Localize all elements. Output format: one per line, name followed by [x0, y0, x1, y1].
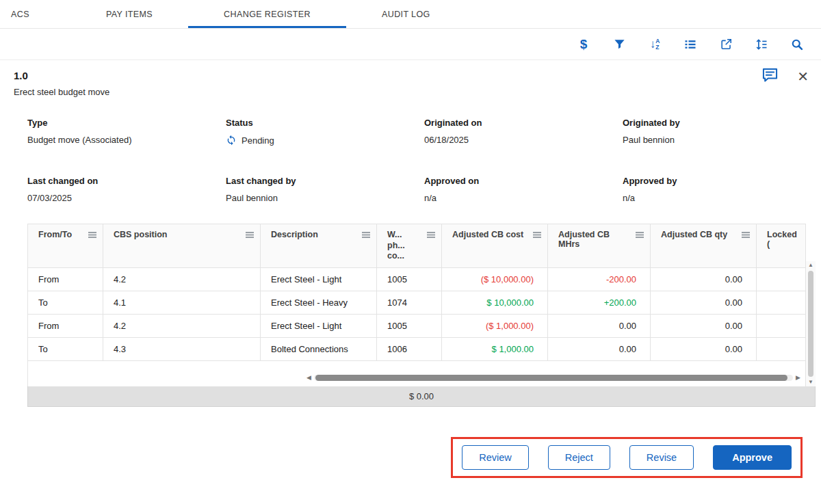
- cell-description: Bolted Connections: [261, 337, 377, 360]
- list-view-icon[interactable]: [683, 37, 698, 52]
- field-value: Budget move (Associated): [27, 135, 226, 145]
- cell-from-to: From: [28, 267, 103, 291]
- search-icon[interactable]: [790, 37, 805, 52]
- change-items-grid: From/To CBS position Description W... ph…: [27, 224, 816, 407]
- column-header-locked[interactable]: Locked (: [757, 224, 806, 268]
- scroll-up-icon[interactable]: ▲: [808, 261, 813, 269]
- scroll-left-icon[interactable]: ◀: [307, 375, 311, 381]
- cell-cbs-position: 4.2: [103, 267, 261, 291]
- field-label: Type: [27, 118, 226, 128]
- change-items-table: From/To CBS position Description W... ph…: [27, 224, 806, 386]
- export-icon[interactable]: [718, 37, 733, 52]
- table-row[interactable]: From 4.2 Erect Steel - Light 1005 ($ 1,0…: [28, 314, 806, 337]
- close-icon[interactable]: ✕: [797, 70, 809, 83]
- currency-icon[interactable]: $: [576, 37, 591, 52]
- field-approved-by: Approved by n/a: [623, 176, 792, 203]
- table-row[interactable]: To 4.3 Bolted Connections 1006 $ 1,000.0…: [28, 337, 806, 360]
- column-header-adjusted-cb-mhrs[interactable]: Adjusted CB MHrs: [548, 224, 651, 268]
- scroll-right-icon[interactable]: ▶: [796, 375, 800, 381]
- column-header-description[interactable]: Description: [261, 224, 377, 268]
- column-header-adjusted-cb-cost[interactable]: Adjusted CB cost: [442, 224, 548, 268]
- tab-label: CHANGE REGISTER: [224, 10, 311, 19]
- pending-sync-icon: [226, 135, 237, 146]
- cell-from-to: From: [28, 314, 103, 337]
- field-value: Paul bennion: [623, 135, 792, 145]
- row-height-icon[interactable]: [754, 37, 769, 52]
- column-filter-icon[interactable]: [426, 231, 436, 239]
- field-value: Paul bennion: [226, 193, 424, 203]
- cell-adjusted-cb-cost: ($ 1,000.00): [442, 314, 548, 337]
- vertical-scroll-thumb[interactable]: [808, 271, 813, 377]
- change-description: Erect steel budget move: [14, 87, 806, 97]
- review-button[interactable]: Review: [462, 445, 529, 470]
- field-value: 07/03/2025: [27, 193, 226, 203]
- grid-toolbar: $ ↓AZ: [0, 29, 821, 60]
- cell-adjusted-cb-mhrs: -200.00: [548, 267, 651, 291]
- field-value: 06/18/2025: [424, 135, 623, 145]
- detail-fields: Type Budget move (Associated) Status Pen…: [14, 97, 806, 203]
- field-originated-by: Originated by Paul bennion: [623, 118, 792, 146]
- approve-button[interactable]: Approve: [713, 445, 792, 470]
- tab-label: ACS: [11, 10, 29, 19]
- cell-cbs-position: 4.1: [103, 291, 261, 314]
- column-filter-icon[interactable]: [245, 231, 255, 239]
- filter-icon[interactable]: [612, 37, 627, 52]
- table-footer-total-bar: $ 0.00: [27, 386, 816, 407]
- column-filter-icon[interactable]: [635, 231, 644, 239]
- cell-from-to: To: [28, 291, 103, 314]
- cell-adjusted-cb-mhrs: 0.00: [548, 337, 651, 360]
- column-header-from-to[interactable]: From/To: [28, 224, 103, 268]
- tab-change-register[interactable]: CHANGE REGISTER: [188, 0, 346, 28]
- cell-locked: [757, 267, 806, 291]
- column-header-wbs-phase-code[interactable]: W... ph... co...: [377, 224, 442, 268]
- field-label: Originated on: [424, 118, 623, 128]
- column-header-cbs-position[interactable]: CBS position: [103, 224, 261, 268]
- field-status: Status Pending: [226, 118, 424, 146]
- horizontal-scroll-thumb[interactable]: [315, 375, 787, 381]
- cell-adjusted-cb-qty: 0.00: [651, 267, 757, 291]
- cell-locked: [757, 337, 806, 360]
- workflow-actions: Review Reject Revise Approve: [14, 437, 806, 478]
- detail-header-icons: ✕: [761, 66, 809, 87]
- field-label: Last changed on: [27, 176, 226, 186]
- revise-button[interactable]: Revise: [629, 445, 694, 470]
- tab-audit-log[interactable]: AUDIT LOG: [346, 0, 466, 28]
- scroll-down-icon[interactable]: ▼: [808, 378, 813, 386]
- cell-from-to: To: [28, 337, 103, 360]
- cell-wbs-phase-code: 1006: [377, 337, 442, 360]
- reject-button[interactable]: Reject: [548, 445, 610, 470]
- footer-total-value: $ 0.00: [409, 391, 434, 401]
- change-id: 1.0: [14, 70, 806, 81]
- field-value: n/a: [623, 193, 792, 203]
- comments-icon[interactable]: [761, 66, 779, 87]
- column-filter-icon[interactable]: [361, 231, 371, 239]
- table-row[interactable]: From 4.2 Erect Steel - Light 1005 ($ 10,…: [28, 267, 806, 291]
- tab-acs[interactable]: ACS: [0, 0, 70, 28]
- cell-adjusted-cb-qty: 0.00: [651, 291, 757, 314]
- cell-cbs-position: 4.2: [103, 314, 261, 337]
- cell-adjusted-cb-cost: ($ 10,000.00): [442, 267, 548, 291]
- field-label: Originated by: [623, 118, 792, 128]
- cell-description: Erect Steel - Heavy: [261, 291, 377, 314]
- column-filter-icon[interactable]: [741, 231, 751, 239]
- change-detail-panel: ✕ 1.0 Erect steel budget move Type Budge…: [0, 60, 821, 478]
- table-row[interactable]: To 4.1 Erect Steel - Heavy 1074 $ 10,000…: [28, 291, 806, 314]
- column-filter-icon[interactable]: [88, 231, 97, 239]
- field-label: Status: [226, 118, 424, 128]
- cell-adjusted-cb-cost: $ 10,000.00: [442, 291, 548, 314]
- horizontal-scroll-track[interactable]: [314, 375, 793, 381]
- tab-pay-items[interactable]: PAY ITEMS: [70, 0, 188, 28]
- field-value: Pending: [226, 135, 424, 146]
- cell-wbs-phase-code: 1005: [377, 267, 442, 291]
- cell-adjusted-cb-mhrs: +200.00: [548, 291, 651, 314]
- column-header-adjusted-cb-qty[interactable]: Adjusted CB qty: [651, 224, 757, 268]
- status-text: Pending: [242, 135, 274, 146]
- tab-label: PAY ITEMS: [106, 10, 153, 19]
- horizontal-scrollbar[interactable]: ◀ ▶: [307, 373, 800, 382]
- annotation-highlight-box: Review Reject Revise Approve: [451, 437, 803, 478]
- vertical-scrollbar[interactable]: ▲ ▼: [806, 261, 816, 386]
- cell-adjusted-cb-qty: 0.00: [651, 314, 757, 337]
- cell-locked: [757, 314, 806, 337]
- sort-az-icon[interactable]: ↓AZ: [647, 37, 662, 52]
- column-filter-icon[interactable]: [532, 231, 542, 239]
